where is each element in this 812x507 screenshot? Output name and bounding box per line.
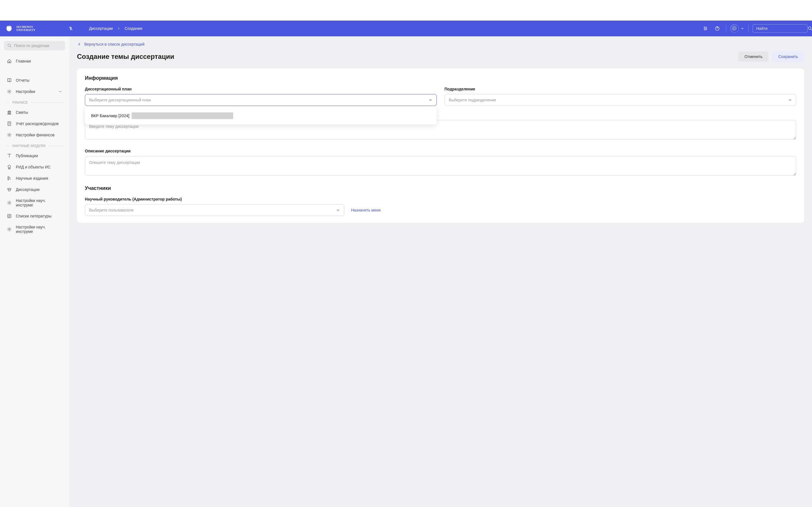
svg-point-3 [808,27,811,29]
sidebar-item-ip-objects[interactable]: РИД и объекты ИС [4,161,65,173]
nav-label: Настройки науч. инструме [16,198,62,207]
gear-icon [7,132,12,137]
logo[interactable]: SECHENOV UNIVERSITY [4,24,36,33]
breadcrumb: Диссертации Создание [89,26,142,31]
svg-point-8 [8,165,11,168]
logo-icon [4,24,13,33]
top-header: SECHENOV UNIVERSITY Диссертации Создание [0,20,812,36]
back-link[interactable]: Вернуться в список диссертаций [77,42,804,47]
description-label: Описание диссертации [85,149,796,153]
nav-label: Диссертации [16,187,40,192]
sidebar-item-journals[interactable]: Научные издания [4,173,65,184]
assign-me-link[interactable]: Назначить меня [351,208,380,212]
sidebar-group-finance: FINANCE [4,97,65,107]
page-actions: Отменить Сохранить [738,52,804,62]
list-icon [7,214,12,219]
svg-point-7 [9,134,10,136]
department-label: Подразделение [445,87,797,91]
pin-toggle-button[interactable] [66,24,75,33]
pin-icon [68,26,73,31]
plan-option[interactable]: ВКР Бакалавр [2024] [87,109,435,123]
home-icon [7,59,12,64]
books-icon [7,176,12,181]
sidebar-item-publications[interactable]: Публикации [4,150,65,161]
sidebar-item-research-settings[interactable]: Настройки науч. инструме [4,195,65,210]
avatar [730,24,739,33]
nav-label: Сметы [16,110,28,115]
cancel-button[interactable]: Отменить [738,52,769,62]
divider [748,24,749,33]
nav-label: Отчеты [16,78,29,82]
book-icon [7,78,12,83]
department-select[interactable]: Выберите подразделение [445,94,797,106]
gear-icon [7,200,12,205]
divider [726,24,726,33]
supervisor-label: Научный руководитель (Администратор рабо… [85,197,796,202]
sidebar-item-home[interactable]: Главная [4,55,65,67]
svg-point-5 [9,91,10,93]
sidebar-item-research-settings-2[interactable]: Настройки науч. инструме [4,222,65,237]
chevron-down-icon [58,90,62,94]
breadcrumb-item-create[interactable]: Создание [124,26,142,31]
nav-label: Настройки науч. инструме [16,225,62,234]
supervisor-select[interactable]: Выберите пользователя [85,204,344,216]
nav-label: Учёт расходов/доходов [16,121,59,126]
nav-label: Настройки [16,89,35,94]
gear-icon [7,227,12,232]
global-search[interactable] [753,24,808,33]
chevron-right-icon [117,26,121,31]
svg-point-2 [733,27,735,29]
breadcrumb-item-dissertations[interactable]: Диссертации [89,26,113,31]
plan-dropdown: ВКР Бакалавр [2024] [85,107,437,124]
nav-label: РИД и объекты ИС [16,165,50,169]
search-icon [7,43,12,48]
nav-label: Публикации [16,154,38,158]
sidebar-item-reports[interactable]: Отчеты [4,75,65,86]
save-button[interactable]: Сохранить [772,52,804,62]
sidebar-item-bibliography[interactable]: Списки литературы [4,210,65,222]
page-title: Создание темы диссертации [77,53,174,61]
section-title-info: Информация [85,75,796,81]
redacted-text [132,112,233,119]
plan-select[interactable]: Выберите диссертационный план [85,94,437,106]
plan-label: Диссертационный план [85,87,437,91]
search-icon [808,26,812,31]
sidebar: Главная Отчеты Настройки FINANCE [0,36,69,507]
global-search-input[interactable] [756,26,806,31]
sidebar-item-dissertations[interactable]: Диссертации [4,184,65,195]
chevron-left-icon [77,42,82,47]
sidebar-item-settings[interactable]: Настройки [4,86,65,97]
nav-label: Настройки финансов [16,133,55,137]
bank-icon [7,110,12,115]
sidebar-search-input[interactable] [14,43,63,48]
help-icon [715,26,720,31]
receipt-icon [7,121,12,126]
award-icon [7,165,12,170]
gear-icon [7,89,12,94]
nav-label: Научные издания [16,176,48,180]
svg-point-11 [9,229,10,230]
sidebar-search[interactable] [4,41,65,50]
sidebar-group-research: НАУЧНЫЕ МОДУЛИ [4,140,65,150]
svg-point-1 [732,26,737,31]
info-card: Информация Диссертационный план Выберите… [77,68,804,223]
sidebar-item-estimates[interactable]: Сметы [4,107,65,118]
help-button[interactable] [712,24,722,33]
sidebar-item-finance-settings[interactable]: Настройки финансов [4,129,65,140]
svg-point-4 [8,44,10,47]
nav-label: Списки литературы [16,214,52,218]
sliders-icon [703,26,708,31]
chevron-down-icon [741,26,744,31]
svg-point-9 [9,202,10,204]
page-header: Создание темы диссертации Отменить Сохра… [77,52,804,62]
settings-button[interactable] [701,24,710,33]
sidebar-item-accounting[interactable]: Учёт расходов/доходов [4,118,65,129]
book-icon [7,153,12,158]
description-textarea[interactable] [85,156,796,176]
main-content: Вернуться в список диссертаций Создание … [69,36,812,507]
user-menu[interactable] [730,24,744,33]
header-actions [701,24,808,33]
section-title-participants: Участники [85,185,796,191]
nav-label: Главная [16,59,31,63]
graduation-icon [7,187,12,192]
